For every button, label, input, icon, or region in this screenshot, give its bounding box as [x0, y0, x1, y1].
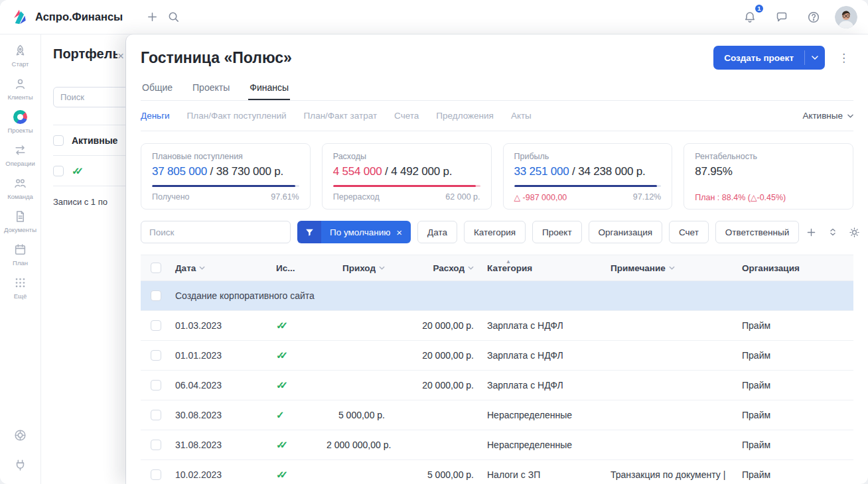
- sidebar-item-projects[interactable]: Проекты: [0, 110, 40, 134]
- notifications-bell-icon[interactable]: 1: [739, 7, 760, 28]
- select-all-checkbox[interactable]: [53, 135, 64, 146]
- subtab-acts[interactable]: Акты: [511, 111, 532, 121]
- row-checkbox[interactable]: [151, 440, 161, 450]
- checkbox-cell: [141, 440, 171, 450]
- subtab-proposals[interactable]: Предложения: [436, 111, 494, 121]
- kebab-menu-icon[interactable]: ⋮: [834, 48, 853, 68]
- sidebar-item-start[interactable]: Старт: [0, 44, 40, 68]
- chevron-down-icon[interactable]: [805, 46, 825, 70]
- table-row[interactable]: 01.03.2023 ✓✓ 20 000,00 р. Зарплата с НД…: [141, 311, 853, 341]
- create-project-label[interactable]: Создать проект: [713, 46, 804, 70]
- col-date[interactable]: Дата: [171, 263, 268, 273]
- add-icon[interactable]: [141, 7, 163, 28]
- applied-filter-label-wrap[interactable]: По умолчанию ×: [321, 221, 411, 243]
- cell-date: 31.08.2023: [171, 440, 268, 450]
- col-income[interactable]: Приход: [326, 263, 388, 273]
- stat-footer: План : 88.4% (△-0.45%): [695, 192, 842, 202]
- filter-chip-date[interactable]: Дата: [417, 221, 457, 243]
- close-icon[interactable]: ×: [117, 50, 124, 62]
- table-search-input[interactable]: [141, 221, 291, 243]
- add-filter-icon[interactable]: [806, 227, 817, 238]
- team-icon: [13, 176, 27, 190]
- sidebar-item-label: Команда: [7, 193, 33, 200]
- status-filter-dropdown[interactable]: Активные: [802, 111, 853, 121]
- filter-chip-category[interactable]: Категория: [464, 221, 526, 243]
- portfolio-list-row[interactable]: ✓✓: [53, 156, 126, 186]
- portfolio-list-header-label: Активные: [72, 135, 117, 146]
- table-row[interactable]: 01.01.2023 ✓✓ 20 000,00 р. Зарплата с НД…: [141, 341, 853, 371]
- portfolio-search-input[interactable]: [53, 87, 126, 107]
- checkbox-cell: [141, 350, 171, 361]
- checkbox-cell: [141, 469, 171, 480]
- status-check-icon: ✓✓: [276, 439, 289, 451]
- filter-chip-project[interactable]: Проект: [532, 221, 581, 243]
- col-note[interactable]: Примечание: [600, 263, 727, 273]
- row-checkbox[interactable]: [151, 410, 161, 420]
- sidebar-item-documents[interactable]: Документы: [0, 210, 40, 233]
- cell-date: 10.02.2023: [171, 469, 268, 480]
- status-check-icon: ✓✓: [276, 349, 289, 361]
- stat-total: / 4 492 000 р.: [382, 165, 453, 178]
- funnel-icon[interactable]: [297, 221, 321, 243]
- subtab-plan-fact-income[interactable]: План/Факт поступлений: [187, 111, 287, 121]
- col-category[interactable]: ▲ Категория: [476, 263, 600, 273]
- group-checkbox-cell: [141, 290, 171, 301]
- cell-date: 01.03.2023: [171, 320, 268, 331]
- cell-organization: Прайм: [727, 410, 853, 420]
- table-row[interactable]: 30.08.2023 ✓ 5 000,00 р. Нераспределенны…: [141, 400, 853, 430]
- subtab-money[interactable]: Деньги: [141, 111, 170, 121]
- tab-finance[interactable]: Финансы: [248, 77, 290, 100]
- table-row[interactable]: 06.04.2023 ✓✓ 20 000,00 р. Зарплата с НД…: [141, 371, 853, 400]
- sidebar-item-label: Документы: [4, 226, 36, 233]
- col-organization[interactable]: Организация: [727, 263, 853, 273]
- gear-icon[interactable]: [849, 227, 860, 238]
- row-checkbox[interactable]: [151, 350, 161, 361]
- tab-general[interactable]: Общие: [141, 77, 174, 100]
- select-all-checkbox[interactable]: [151, 263, 161, 273]
- cell-date: 30.08.2023: [171, 410, 268, 420]
- filter-chip-organization[interactable]: Организация: [589, 221, 662, 243]
- expand-collapse-icon[interactable]: [828, 227, 837, 237]
- sidebar-item-team[interactable]: Команда: [0, 176, 40, 200]
- cell-organization: Прайм: [727, 469, 853, 480]
- col-expense[interactable]: Расход: [388, 263, 476, 273]
- sidebar-item-plan[interactable]: План: [0, 243, 40, 267]
- row-checkbox[interactable]: [151, 320, 161, 331]
- stat-values: 37 805 000 / 38 730 000 р.: [152, 165, 299, 178]
- search-icon[interactable]: [163, 7, 184, 28]
- create-project-button[interactable]: Создать проект: [713, 46, 825, 70]
- row-checkbox[interactable]: [151, 469, 161, 480]
- row-checkbox[interactable]: [151, 380, 161, 391]
- col-label: Организация: [742, 263, 800, 273]
- col-status[interactable]: Ис...: [268, 263, 326, 273]
- remove-filter-icon[interactable]: ×: [396, 227, 402, 238]
- stat-footer: Получено97.61%: [152, 192, 299, 202]
- group-title: Создание корпоративного сайта: [171, 290, 853, 301]
- checkbox-cell: [141, 410, 171, 420]
- subtab-accounts[interactable]: Счета: [394, 111, 419, 121]
- filter-chip-responsible[interactable]: Ответственный: [715, 221, 799, 243]
- filter-chip-account[interactable]: Счет: [669, 221, 709, 243]
- sidebar-item-more[interactable]: Ещё: [0, 276, 40, 300]
- help-icon[interactable]: [803, 7, 824, 28]
- stat-footer: △ -987 000,0097.12%: [514, 192, 662, 202]
- cell-category: Нераспределенные: [476, 410, 600, 420]
- sidebar-item-clients[interactable]: Клиенты: [0, 77, 40, 101]
- help-center-icon[interactable]: [13, 428, 27, 442]
- table-row[interactable]: 10.02.2023 ✓✓ 5 000,00 р. Налоги с ЗП Тр…: [141, 460, 853, 484]
- stat-total: / 34 238 000 р.: [569, 165, 646, 178]
- col-label: Дата: [175, 263, 196, 273]
- tab-projects[interactable]: Проекты: [191, 77, 231, 100]
- cell-date: 01.01.2023: [171, 350, 268, 361]
- table-row[interactable]: 31.08.2023 ✓✓ 2 000 000,00 р. Нераспреде…: [141, 430, 853, 460]
- filter-bar: По умолчанию × Дата Категория Проект Орг…: [141, 221, 853, 243]
- user-avatar[interactable]: [835, 6, 857, 29]
- row-checkbox[interactable]: [53, 166, 64, 176]
- subtab-plan-fact-expenses[interactable]: План/Факт затрат: [304, 111, 378, 121]
- applied-filter-pill[interactable]: По умолчанию ×: [297, 221, 411, 243]
- chat-icon[interactable]: [771, 7, 792, 28]
- table-group-row[interactable]: Создание корпоративного сайта: [141, 281, 853, 311]
- group-checkbox[interactable]: [151, 290, 161, 301]
- integrations-icon[interactable]: [13, 458, 27, 472]
- sidebar-item-operations[interactable]: Операции: [0, 143, 40, 167]
